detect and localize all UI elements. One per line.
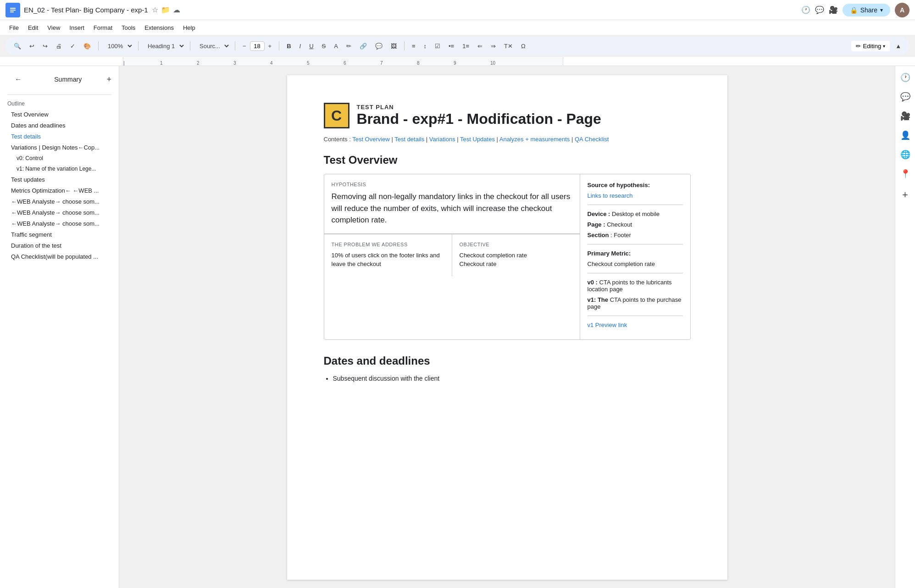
- objective-label: OBJECTIVE: [460, 242, 572, 247]
- sidebar-item-v1[interactable]: v1: Name of the variation Lege...: [4, 164, 115, 174]
- menu-format[interactable]: Format: [90, 22, 116, 33]
- checklist-button[interactable]: ☑: [432, 41, 443, 51]
- menu-edit[interactable]: Edit: [24, 22, 42, 33]
- strikethrough-button[interactable]: S: [319, 41, 329, 51]
- numbered-list-button[interactable]: 1≡: [460, 41, 472, 51]
- ruler: | 1 2 3 4 5 6 7 8 9 10: [0, 57, 915, 66]
- sidebar-item-test-overview[interactable]: Test Overview: [4, 109, 115, 120]
- sidebar-add-button[interactable]: +: [106, 75, 111, 84]
- menu-file[interactable]: File: [6, 22, 22, 33]
- indent-decrease-button[interactable]: ⇐: [475, 41, 485, 51]
- paint-button[interactable]: 🎨: [81, 41, 94, 51]
- indent-increase-button[interactable]: ⇒: [488, 41, 499, 51]
- contents-link-overview[interactable]: Test Overview: [352, 136, 390, 143]
- sidebar-item-traffic[interactable]: Traffic segment: [4, 229, 115, 240]
- add-panel-button[interactable]: +: [902, 189, 908, 201]
- sidebar-item-test-updates[interactable]: Test updates: [4, 174, 115, 185]
- sidebar-item-metrics[interactable]: Metrics Optimization← ←WEB ...: [4, 185, 115, 196]
- section1-title: Test Overview: [324, 154, 691, 166]
- menu-help[interactable]: Help: [179, 22, 199, 33]
- link-button[interactable]: 🔗: [357, 41, 370, 51]
- share-caret-icon: ▾: [880, 7, 883, 13]
- video-icon[interactable]: 🎥: [829, 6, 838, 14]
- comments-icon[interactable]: 💬: [815, 6, 824, 14]
- contents-link-analyzes[interactable]: Analyzes + measurements: [499, 136, 570, 143]
- cloud-icon[interactable]: ☁: [173, 6, 180, 14]
- heading-style-select[interactable]: Heading 1: [143, 41, 185, 51]
- editing-chevron-icon: ▾: [883, 44, 885, 49]
- chat-icon[interactable]: 💬: [898, 89, 913, 105]
- spellcheck-button[interactable]: ✓: [67, 41, 78, 51]
- contents-link-updates[interactable]: Test Updates: [460, 136, 495, 143]
- editing-mode-label: Editing: [863, 43, 881, 50]
- document-title: Brand - exp#1 - Modification - Page: [357, 111, 601, 128]
- font-increase-button[interactable]: +: [266, 41, 275, 51]
- hypothesis-label: HYPOTHESIS: [332, 182, 572, 187]
- sidebar-item-qa[interactable]: QA Checklist(will be populated ...: [4, 251, 115, 262]
- pin-icon[interactable]: 📍: [898, 166, 913, 182]
- font-decrease-button[interactable]: −: [240, 41, 249, 51]
- test-plan-label: TEST PLAN: [357, 104, 601, 111]
- align-button[interactable]: ≡: [409, 41, 418, 51]
- clear-format-button[interactable]: T✕: [501, 41, 516, 51]
- font-name-select[interactable]: Sourc...: [195, 41, 230, 51]
- contents-link-variations[interactable]: Variations: [429, 136, 455, 143]
- bullet-item-1: Subsequent discussion with the client: [333, 375, 691, 382]
- v0-row: v0 : CTA points to the lubricants locati…: [588, 279, 683, 293]
- menu-extensions[interactable]: Extensions: [141, 22, 177, 33]
- present-icon[interactable]: 🎥: [898, 108, 913, 124]
- outline-label: Outline: [0, 99, 119, 109]
- links-to-research-link[interactable]: Links to research: [588, 192, 633, 199]
- menu-bar: File Edit View Insert Format Tools Exten…: [0, 20, 915, 35]
- doc-logo: C: [324, 103, 349, 128]
- share-label: Share: [860, 6, 877, 14]
- table-right: Source of hypothesis: Links to research …: [580, 174, 690, 339]
- menu-view[interactable]: View: [44, 22, 64, 33]
- editing-mode-selector[interactable]: ✏ Editing ▾: [851, 41, 890, 51]
- contents-link-details[interactable]: Test details: [394, 136, 424, 143]
- sidebar-item-variations[interactable]: Variations | Design Notes←Cop...: [4, 142, 115, 153]
- star-icon[interactable]: ☆: [152, 6, 158, 14]
- collapse-toolbar-button[interactable]: ▲: [893, 41, 904, 51]
- bold-button[interactable]: B: [284, 41, 294, 51]
- activity-icon[interactable]: 🕐: [898, 70, 913, 85]
- sidebar-item-duration[interactable]: Duration of the test: [4, 240, 115, 251]
- undo-button[interactable]: ↩: [27, 41, 37, 51]
- svg-rect-3: [10, 11, 14, 12]
- v1-prefix: The: [598, 296, 608, 303]
- scroll-area[interactable]: C TEST PLAN Brand - exp#1 - Modification…: [119, 66, 895, 588]
- people-icon[interactable]: 👤: [898, 128, 913, 143]
- menu-insert[interactable]: Insert: [66, 22, 88, 33]
- sidebar-item-web-3[interactable]: ←WEB Analyste→ choose som...: [4, 218, 115, 229]
- highlight-button[interactable]: ✏: [344, 41, 354, 51]
- maps-icon[interactable]: 🌐: [898, 147, 913, 162]
- sidebar-item-web-1[interactable]: ←WEB Analyste→ choose som...: [4, 196, 115, 207]
- avatar[interactable]: A: [895, 3, 909, 17]
- menu-tools[interactable]: Tools: [118, 22, 139, 33]
- print-button[interactable]: 🖨: [53, 41, 65, 51]
- text-color-button[interactable]: A: [331, 41, 341, 51]
- sidebar-item-test-details[interactable]: Test details: [4, 131, 115, 142]
- sidebar-item-dates[interactable]: Dates and deadlines: [4, 120, 115, 131]
- sidebar-item-v0[interactable]: v0: Control: [4, 153, 115, 163]
- redo-button[interactable]: ↪: [40, 41, 50, 51]
- italic-button[interactable]: I: [297, 41, 304, 51]
- special-chars-button[interactable]: Ω: [518, 41, 528, 51]
- bullet-list-button[interactable]: •≡: [446, 41, 457, 51]
- font-size-input[interactable]: [250, 41, 265, 51]
- contents-link-qa[interactable]: QA Checklist: [575, 136, 609, 143]
- sidebar-back-button[interactable]: ←: [7, 73, 29, 85]
- zoom-select[interactable]: 100%: [103, 41, 133, 51]
- line-spacing-button[interactable]: ↕: [421, 41, 430, 51]
- overview-table: HYPOTHESIS Removing all non-legally mand…: [324, 174, 691, 340]
- share-button[interactable]: 🔒 Share ▾: [843, 4, 890, 17]
- history-icon[interactable]: 🕐: [801, 6, 810, 14]
- comment-button[interactable]: 💬: [372, 41, 385, 51]
- image-button[interactable]: 🖼: [388, 41, 399, 51]
- sidebar-item-web-2[interactable]: ←WEB Analyste→ choose som...: [4, 207, 115, 218]
- v1-preview-link[interactable]: v1 Preview link: [588, 322, 627, 328]
- doc-header: C TEST PLAN Brand - exp#1 - Modification…: [324, 103, 691, 128]
- search-button[interactable]: 🔍: [11, 41, 24, 51]
- underline-button[interactable]: U: [306, 41, 316, 51]
- folder-icon[interactable]: 📁: [161, 6, 170, 14]
